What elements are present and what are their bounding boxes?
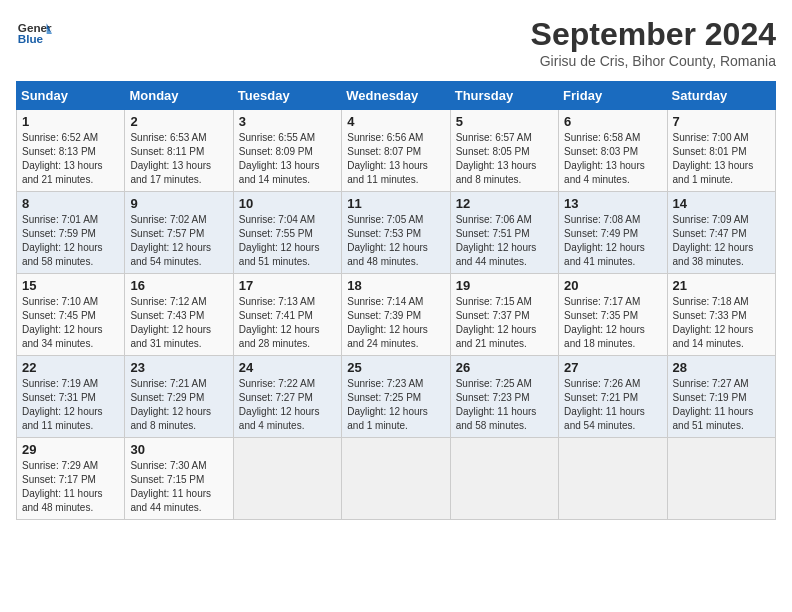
calendar-cell: 4Sunrise: 6:56 AM Sunset: 8:07 PM Daylig… (342, 110, 450, 192)
logo-icon: General Blue (16, 16, 52, 52)
svg-text:Blue: Blue (18, 32, 44, 45)
day-info: Sunrise: 7:14 AM Sunset: 7:39 PM Dayligh… (347, 295, 444, 351)
calendar-cell: 20Sunrise: 7:17 AM Sunset: 7:35 PM Dayli… (559, 274, 667, 356)
day-number: 7 (673, 114, 770, 129)
calendar-cell: 16Sunrise: 7:12 AM Sunset: 7:43 PM Dayli… (125, 274, 233, 356)
day-info: Sunrise: 7:23 AM Sunset: 7:25 PM Dayligh… (347, 377, 444, 433)
day-number: 23 (130, 360, 227, 375)
calendar-cell: 13Sunrise: 7:08 AM Sunset: 7:49 PM Dayli… (559, 192, 667, 274)
day-number: 19 (456, 278, 553, 293)
day-number: 12 (456, 196, 553, 211)
calendar-cell: 6Sunrise: 6:58 AM Sunset: 8:03 PM Daylig… (559, 110, 667, 192)
calendar-cell: 21Sunrise: 7:18 AM Sunset: 7:33 PM Dayli… (667, 274, 775, 356)
day-info: Sunrise: 6:52 AM Sunset: 8:13 PM Dayligh… (22, 131, 119, 187)
day-info: Sunrise: 7:00 AM Sunset: 8:01 PM Dayligh… (673, 131, 770, 187)
calendar-cell: 9Sunrise: 7:02 AM Sunset: 7:57 PM Daylig… (125, 192, 233, 274)
day-info: Sunrise: 7:13 AM Sunset: 7:41 PM Dayligh… (239, 295, 336, 351)
weekday-header-friday: Friday (559, 82, 667, 110)
day-info: Sunrise: 7:29 AM Sunset: 7:17 PM Dayligh… (22, 459, 119, 515)
day-info: Sunrise: 7:12 AM Sunset: 7:43 PM Dayligh… (130, 295, 227, 351)
day-info: Sunrise: 7:09 AM Sunset: 7:47 PM Dayligh… (673, 213, 770, 269)
calendar-cell: 17Sunrise: 7:13 AM Sunset: 7:41 PM Dayli… (233, 274, 341, 356)
day-info: Sunrise: 7:08 AM Sunset: 7:49 PM Dayligh… (564, 213, 661, 269)
calendar-cell: 10Sunrise: 7:04 AM Sunset: 7:55 PM Dayli… (233, 192, 341, 274)
calendar-cell: 19Sunrise: 7:15 AM Sunset: 7:37 PM Dayli… (450, 274, 558, 356)
day-info: Sunrise: 7:04 AM Sunset: 7:55 PM Dayligh… (239, 213, 336, 269)
day-number: 27 (564, 360, 661, 375)
month-title: September 2024 (531, 16, 776, 53)
day-info: Sunrise: 6:53 AM Sunset: 8:11 PM Dayligh… (130, 131, 227, 187)
day-info: Sunrise: 6:58 AM Sunset: 8:03 PM Dayligh… (564, 131, 661, 187)
calendar-cell: 12Sunrise: 7:06 AM Sunset: 7:51 PM Dayli… (450, 192, 558, 274)
calendar-cell (450, 438, 558, 520)
day-number: 21 (673, 278, 770, 293)
weekday-header-sunday: Sunday (17, 82, 125, 110)
calendar-cell: 25Sunrise: 7:23 AM Sunset: 7:25 PM Dayli… (342, 356, 450, 438)
day-info: Sunrise: 6:56 AM Sunset: 8:07 PM Dayligh… (347, 131, 444, 187)
calendar-cell: 2Sunrise: 6:53 AM Sunset: 8:11 PM Daylig… (125, 110, 233, 192)
day-info: Sunrise: 7:15 AM Sunset: 7:37 PM Dayligh… (456, 295, 553, 351)
day-number: 16 (130, 278, 227, 293)
day-number: 2 (130, 114, 227, 129)
day-number: 1 (22, 114, 119, 129)
day-info: Sunrise: 6:57 AM Sunset: 8:05 PM Dayligh… (456, 131, 553, 187)
weekday-header-thursday: Thursday (450, 82, 558, 110)
calendar-cell (342, 438, 450, 520)
day-info: Sunrise: 7:05 AM Sunset: 7:53 PM Dayligh… (347, 213, 444, 269)
day-number: 4 (347, 114, 444, 129)
calendar-cell: 1Sunrise: 6:52 AM Sunset: 8:13 PM Daylig… (17, 110, 125, 192)
day-number: 18 (347, 278, 444, 293)
location-subtitle: Girisu de Cris, Bihor County, Romania (531, 53, 776, 69)
day-number: 22 (22, 360, 119, 375)
title-area: September 2024 Girisu de Cris, Bihor Cou… (531, 16, 776, 69)
calendar-cell: 15Sunrise: 7:10 AM Sunset: 7:45 PM Dayli… (17, 274, 125, 356)
calendar-cell: 3Sunrise: 6:55 AM Sunset: 8:09 PM Daylig… (233, 110, 341, 192)
page-header: General Blue September 2024 Girisu de Cr… (16, 16, 776, 69)
day-number: 13 (564, 196, 661, 211)
day-number: 10 (239, 196, 336, 211)
day-number: 17 (239, 278, 336, 293)
weekday-header-tuesday: Tuesday (233, 82, 341, 110)
day-number: 26 (456, 360, 553, 375)
day-info: Sunrise: 7:19 AM Sunset: 7:31 PM Dayligh… (22, 377, 119, 433)
calendar-cell: 14Sunrise: 7:09 AM Sunset: 7:47 PM Dayli… (667, 192, 775, 274)
day-number: 6 (564, 114, 661, 129)
calendar-cell: 24Sunrise: 7:22 AM Sunset: 7:27 PM Dayli… (233, 356, 341, 438)
day-number: 9 (130, 196, 227, 211)
weekday-header-monday: Monday (125, 82, 233, 110)
calendar-cell: 7Sunrise: 7:00 AM Sunset: 8:01 PM Daylig… (667, 110, 775, 192)
day-info: Sunrise: 6:55 AM Sunset: 8:09 PM Dayligh… (239, 131, 336, 187)
day-info: Sunrise: 7:26 AM Sunset: 7:21 PM Dayligh… (564, 377, 661, 433)
calendar-cell: 18Sunrise: 7:14 AM Sunset: 7:39 PM Dayli… (342, 274, 450, 356)
calendar-cell: 23Sunrise: 7:21 AM Sunset: 7:29 PM Dayli… (125, 356, 233, 438)
day-number: 11 (347, 196, 444, 211)
day-info: Sunrise: 7:27 AM Sunset: 7:19 PM Dayligh… (673, 377, 770, 433)
day-number: 25 (347, 360, 444, 375)
calendar-cell: 8Sunrise: 7:01 AM Sunset: 7:59 PM Daylig… (17, 192, 125, 274)
calendar-cell (559, 438, 667, 520)
weekday-header-saturday: Saturday (667, 82, 775, 110)
day-info: Sunrise: 7:17 AM Sunset: 7:35 PM Dayligh… (564, 295, 661, 351)
calendar-cell (233, 438, 341, 520)
day-number: 24 (239, 360, 336, 375)
calendar-cell: 11Sunrise: 7:05 AM Sunset: 7:53 PM Dayli… (342, 192, 450, 274)
day-info: Sunrise: 7:01 AM Sunset: 7:59 PM Dayligh… (22, 213, 119, 269)
day-info: Sunrise: 7:06 AM Sunset: 7:51 PM Dayligh… (456, 213, 553, 269)
calendar-cell (667, 438, 775, 520)
day-number: 8 (22, 196, 119, 211)
calendar-cell: 27Sunrise: 7:26 AM Sunset: 7:21 PM Dayli… (559, 356, 667, 438)
day-info: Sunrise: 7:21 AM Sunset: 7:29 PM Dayligh… (130, 377, 227, 433)
day-number: 29 (22, 442, 119, 457)
day-info: Sunrise: 7:25 AM Sunset: 7:23 PM Dayligh… (456, 377, 553, 433)
day-number: 28 (673, 360, 770, 375)
calendar-cell: 26Sunrise: 7:25 AM Sunset: 7:23 PM Dayli… (450, 356, 558, 438)
day-info: Sunrise: 7:30 AM Sunset: 7:15 PM Dayligh… (130, 459, 227, 515)
calendar-cell: 30Sunrise: 7:30 AM Sunset: 7:15 PM Dayli… (125, 438, 233, 520)
day-number: 30 (130, 442, 227, 457)
calendar-cell: 29Sunrise: 7:29 AM Sunset: 7:17 PM Dayli… (17, 438, 125, 520)
calendar-cell: 22Sunrise: 7:19 AM Sunset: 7:31 PM Dayli… (17, 356, 125, 438)
weekday-header-wednesday: Wednesday (342, 82, 450, 110)
day-number: 15 (22, 278, 119, 293)
day-info: Sunrise: 7:18 AM Sunset: 7:33 PM Dayligh… (673, 295, 770, 351)
day-info: Sunrise: 7:22 AM Sunset: 7:27 PM Dayligh… (239, 377, 336, 433)
